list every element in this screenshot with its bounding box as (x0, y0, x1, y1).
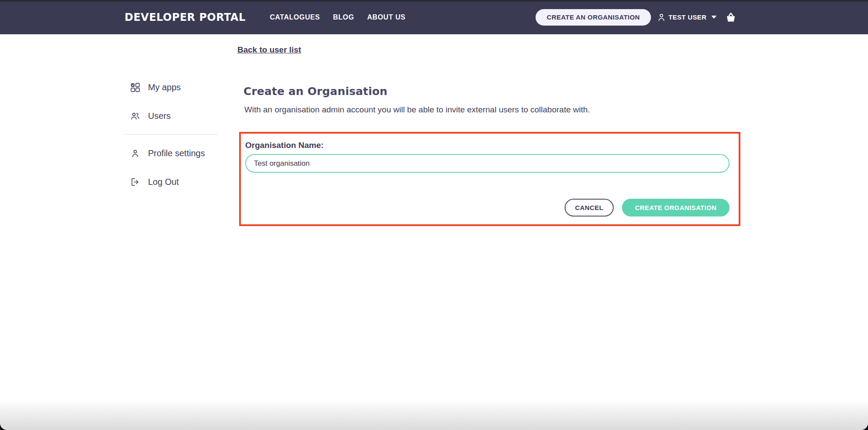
person-icon (657, 13, 666, 22)
user-menu[interactable]: TEST USER (657, 13, 717, 22)
cancel-button[interactable]: CANCEL (565, 199, 614, 217)
back-to-user-list-link[interactable]: Back to user list (237, 45, 301, 55)
sidebar: My apps Users Profile settings (125, 82, 217, 205)
sidebar-item-label: Profile settings (148, 148, 205, 158)
caret-down-icon (711, 16, 717, 19)
form-actions: CANCEL CREATE ORGANISATION (245, 199, 730, 217)
sidebar-item-profile-settings[interactable]: Profile settings (125, 148, 217, 158)
nav-link-blog[interactable]: BLOG (333, 13, 354, 21)
navbar-right: CREATE AN ORGANISATION TEST USER (536, 9, 736, 26)
create-organisation-form: Organisation Name: CANCEL CREATE ORGANIS… (239, 132, 740, 226)
sidebar-item-label: Log Out (148, 177, 179, 187)
site-logo[interactable]: DEVELOPER PORTAL (125, 11, 246, 23)
organisation-name-input[interactable] (245, 154, 730, 173)
user-menu-label: TEST USER (668, 13, 707, 21)
bottom-shadow (0, 400, 868, 430)
basket-button[interactable] (725, 12, 736, 23)
apps-grid-icon (130, 82, 140, 92)
sidebar-item-my-apps[interactable]: My apps (125, 82, 217, 92)
basket-icon (725, 12, 736, 23)
sidebar-item-log-out[interactable]: Log Out (125, 177, 217, 187)
page: DEVELOPER PORTAL CATALOGUES BLOG ABOUT U… (0, 0, 868, 430)
profile-icon (130, 148, 140, 158)
top-navbar: DEVELOPER PORTAL CATALOGUES BLOG ABOUT U… (0, 0, 868, 34)
sidebar-item-users[interactable]: Users (125, 111, 217, 121)
create-organisation-nav-button[interactable]: CREATE AN ORGANISATION (536, 9, 651, 26)
sidebar-item-label: Users (148, 111, 171, 121)
logout-icon (130, 177, 140, 187)
main-nav: CATALOGUES BLOG ABOUT US (270, 13, 406, 21)
nav-link-catalogues[interactable]: CATALOGUES (270, 13, 320, 21)
page-subtitle: With an organisation admin account you w… (244, 105, 590, 115)
page-title: Create an Organisation (243, 85, 388, 98)
sidebar-item-label: My apps (148, 82, 181, 92)
organisation-name-label: Organisation Name: (245, 141, 324, 150)
create-organisation-submit-button[interactable]: CREATE ORGANISATION (622, 199, 730, 217)
nav-link-about-us[interactable]: ABOUT US (367, 13, 405, 21)
users-icon (130, 111, 140, 121)
sidebar-divider (125, 134, 217, 135)
